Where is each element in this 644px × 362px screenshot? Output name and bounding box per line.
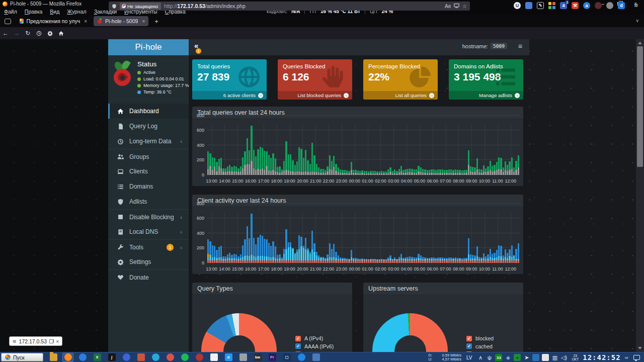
d-extension-icon[interactable]: d (618, 2, 625, 9)
white-square-tray-icon[interactable] (542, 354, 549, 361)
gray-circle-extension-icon[interactable] (606, 2, 613, 9)
url-bar[interactable]: Не защищено http://172.17.0.53/admin/ind… (109, 2, 470, 11)
menu-вид[interactable]: Вид (50, 9, 59, 15)
firefox-view-icon[interactable] (5, 19, 11, 24)
sidebar-item-query-log[interactable]: Query Log (108, 119, 189, 134)
upstream-servers-donut-chart[interactable] (372, 313, 448, 352)
total-queries-chart[interactable]: 020040060080013:0014:0015:0016:0017:0018… (192, 119, 523, 186)
grid-extension-icon[interactable] (548, 2, 555, 9)
taskbar-chrome[interactable] (165, 353, 176, 362)
chevron-up-icon[interactable]: ∧ (477, 354, 484, 361)
browser-menu-button[interactable]: ≡ (634, 2, 638, 9)
forward-button[interactable]: → (11, 30, 22, 37)
legend-item-aaaa-ipv6-[interactable]: ✓AAAA (IPv6) (295, 343, 334, 349)
tab-overflow-chevron-icon[interactable]: ∨ (635, 18, 639, 23)
bookmark-star-icon[interactable]: ☆ (462, 4, 467, 9)
screenshot-icon[interactable] (454, 4, 459, 9)
taskbar-notepad[interactable] (208, 353, 219, 362)
taskbar-water-drop[interactable] (77, 353, 88, 362)
notification-bubble-icon[interactable] (633, 355, 640, 360)
blue-globe-tray-icon[interactable] (532, 354, 539, 361)
sidebar-item-donate[interactable]: Donate (108, 269, 189, 285)
taskbar-red-app[interactable] (194, 353, 205, 362)
translate-icon[interactable]: Aя (445, 4, 451, 9)
taskbar-dark-app[interactable]: bw (252, 353, 263, 362)
card-footer-link[interactable]: List all queries→ (363, 91, 438, 100)
app-menu-button[interactable]: ≡ (518, 42, 522, 50)
home-button[interactable] (55, 30, 66, 37)
tab-close-icon[interactable]: × (84, 19, 87, 24)
card-footer-link[interactable]: Manage adlists→ (449, 91, 523, 100)
red-extension-icon[interactable]: ⚒ (572, 2, 579, 9)
copy-icon[interactable] (49, 339, 53, 343)
sidebar-item-domains[interactable]: Domains (108, 179, 189, 194)
shield-icon[interactable] (112, 4, 117, 9)
sidebar-item-dashboard[interactable]: Dashboard (108, 104, 189, 119)
sidebar-item-long-term-data[interactable]: Long-term Data‹ (108, 134, 189, 149)
taskbar-spotify[interactable] (179, 353, 190, 362)
taskbar-pictures-app[interactable] (310, 353, 321, 362)
sidebar-item-tools[interactable]: Tools1‹ (108, 239, 189, 254)
sidebar-item-settings[interactable]: Settings (108, 254, 189, 269)
taskbar-blue-circle-app[interactable] (296, 353, 307, 362)
tab-active[interactable]: Pi-hole - 5009× (94, 16, 148, 26)
security-badge[interactable]: Не защищено (120, 3, 161, 10)
tray-clock[interactable]: 12:42:52 (583, 353, 620, 361)
temp-monitor-icon[interactable]: 33 (495, 354, 502, 361)
taskbar-photos[interactable] (135, 353, 146, 362)
scroll-up-arrow[interactable] (638, 42, 642, 44)
dropbox-icon[interactable]: ◈ (505, 354, 511, 361)
telegram-icon[interactable]: ➤ (523, 354, 530, 361)
new-tab-button[interactable]: + (154, 18, 158, 25)
close-icon[interactable]: × (56, 338, 59, 344)
menu-правка[interactable]: Правка (25, 9, 42, 15)
taskbar-black-app[interactable]: ʃ (106, 353, 117, 362)
tab-inactive[interactable]: Предложения по улучшению× (16, 16, 91, 26)
history-button[interactable] (33, 30, 44, 37)
settings-gear-icon[interactable] (44, 30, 55, 37)
back-button[interactable]: ← (0, 30, 11, 37)
start-button[interactable]: Пуск (1, 353, 43, 361)
legend-item-cached[interactable]: ✓cached (466, 343, 511, 349)
tab-close-icon[interactable]: × (142, 19, 145, 24)
sidebar-item-groups[interactable]: Groups (108, 149, 189, 164)
taskbar-gray-app[interactable] (237, 353, 249, 362)
taskbar-excel[interactable]: X (92, 353, 103, 362)
remote-ip-overlay[interactable]: ▦ 172.17.0.53 × (9, 336, 62, 346)
darkred-circle-extension-icon[interactable] (595, 2, 602, 9)
query-types-donut-chart[interactable] (201, 313, 277, 352)
legend-checkbox-icon[interactable]: ✓ (295, 336, 301, 341)
page-scrollbar[interactable] (636, 39, 644, 352)
taskbar-teal-app[interactable] (150, 353, 161, 362)
blue-circle-extension-icon[interactable]: a (583, 2, 590, 9)
volume-icon[interactable]: ◁) (560, 354, 567, 361)
sidebar-item-adlists[interactable]: Adlists (108, 194, 189, 209)
legend-item-blocked[interactable]: ✓blocked (466, 335, 511, 341)
legend-item-a-ipv4-[interactable]: ✓A (IPv4) (295, 335, 334, 341)
taskbar-globe-app[interactable] (121, 353, 132, 362)
shield-extension-icon[interactable] (525, 2, 532, 9)
legend-checkbox-icon[interactable]: ✓ (466, 336, 472, 341)
network-icon[interactable]: ▥ (551, 354, 558, 361)
card-footer-link[interactable]: 6 active clients→ (192, 91, 267, 100)
client-activity-chart[interactable]: 020040060080013:0014:0015:0016:0017:0018… (192, 207, 523, 274)
legend-checkbox-icon[interactable]: ✓ (466, 343, 472, 349)
taskbar-d-app[interactable]: d (223, 353, 234, 362)
usb-icon[interactable]: ψ (486, 354, 493, 361)
menu-журнал[interactable]: Журнал (67, 9, 86, 15)
taskbar-premiere[interactable]: Pr (267, 353, 278, 362)
taskbar-window-app[interactable]: ▢ (281, 353, 292, 362)
card-footer-link[interactable]: List blocked queries→ (278, 91, 352, 100)
sidebar-item-clients[interactable]: Clients (108, 164, 189, 179)
sidebar-item-local-dns[interactable]: Local DNS‹ (108, 224, 189, 239)
ublock-origin-icon[interactable]: U (514, 2, 521, 9)
taskbar-explorer[interactable] (48, 353, 59, 362)
note-extension-icon[interactable]: ✎ (537, 2, 544, 9)
blue4-extension-icon[interactable]: 41 (560, 2, 567, 9)
legend-checkbox-icon[interactable]: ✓ (295, 343, 301, 349)
language-indicator[interactable]: LV (466, 355, 472, 360)
scroll-down-arrow[interactable] (638, 347, 642, 349)
taskbar-firefox[interactable] (62, 353, 73, 362)
green-tray-icon[interactable]: ● (514, 354, 521, 361)
scrollbar-thumb[interactable] (637, 46, 643, 167)
